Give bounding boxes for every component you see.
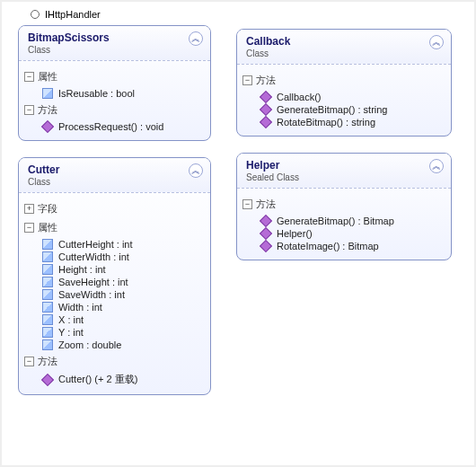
class-subtitle: Class (28, 45, 189, 55)
expander-icon[interactable]: − (24, 223, 34, 233)
collapse-button[interactable]: ︽ (189, 31, 203, 46)
section-properties[interactable]: − 属性 (22, 219, 207, 236)
member-method[interactable]: Cutter() (+ 2 重载) (42, 372, 207, 387)
class-bitmapscissors[interactable]: BitmapScissors Class ︽ − 属性 IsReusable :… (18, 25, 211, 141)
member-method[interactable]: Callback() (260, 91, 447, 103)
class-header[interactable]: Cutter Class ︽ (19, 158, 210, 193)
expander-icon[interactable]: + (24, 204, 34, 214)
expander-icon[interactable]: − (242, 199, 252, 209)
member-property[interactable]: Width : int (42, 301, 207, 313)
member-property[interactable]: IsReusable : bool (42, 87, 207, 100)
class-header[interactable]: Helper Sealed Class ︽ (237, 154, 451, 189)
method-icon (260, 116, 272, 128)
method-icon (260, 227, 272, 240)
diagram-canvas: BitmapScissors Class ︽ − 属性 IsReusable :… (18, 25, 458, 395)
member-method[interactable]: Helper() (260, 227, 447, 240)
collapse-button[interactable]: ︽ (429, 35, 444, 49)
class-header[interactable]: BitmapScissors Class ︽ (19, 26, 210, 61)
method-icon (260, 215, 272, 227)
member-method[interactable]: GenerateBitmap() : Bitmap (260, 215, 447, 227)
class-title: Helper (246, 159, 429, 172)
expander-icon[interactable]: − (24, 105, 34, 115)
property-icon (42, 88, 53, 99)
class-subtitle: Class (28, 177, 189, 187)
section-label: 字段 (38, 202, 57, 216)
property-icon (42, 251, 53, 262)
section-label: 方法 (256, 74, 276, 87)
member-property[interactable]: SaveHeight : int (42, 276, 207, 288)
member-method[interactable]: RotateBitmap() : string (260, 116, 447, 128)
class-subtitle: Class (246, 48, 429, 58)
member-property[interactable]: SaveWidth : int (42, 288, 207, 301)
section-methods[interactable]: − 方法 (241, 196, 447, 213)
expander-icon[interactable]: − (24, 72, 34, 82)
interface-indicator: IHttpHandler (31, 9, 458, 20)
interface-name: IHttpHandler (45, 9, 101, 20)
section-label: 方法 (256, 198, 276, 211)
class-title: BitmapScissors (28, 31, 189, 44)
section-label: 方法 (38, 103, 57, 117)
class-callback[interactable]: Callback Class ︽ − 方法 Callback() Generat… (236, 29, 452, 137)
member-property[interactable]: Height : int (42, 263, 207, 276)
section-label: 方法 (38, 355, 57, 368)
property-icon (42, 327, 53, 338)
class-cutter[interactable]: Cutter Class ︽ + 字段 − 属性 (18, 157, 211, 395)
method-icon (41, 373, 54, 385)
section-methods[interactable]: − 方法 (22, 353, 207, 370)
class-subtitle: Sealed Class (246, 172, 429, 182)
section-properties[interactable]: − 属性 (22, 68, 207, 85)
member-property[interactable]: CutterWidth : int (42, 251, 207, 263)
method-icon (260, 240, 272, 252)
member-method[interactable]: ProcessRequest() : void (42, 120, 207, 133)
class-title: Cutter (28, 163, 189, 176)
property-icon (42, 339, 53, 350)
member-property[interactable]: X : int (42, 313, 207, 326)
section-methods[interactable]: − 方法 (22, 101, 207, 119)
property-icon (42, 277, 53, 287)
class-header[interactable]: Callback Class ︽ (237, 30, 451, 65)
member-property[interactable]: Zoom : double (42, 339, 207, 351)
member-method[interactable]: GenerateBitmap() : string (260, 103, 447, 116)
class-title: Callback (246, 35, 429, 48)
expander-icon[interactable]: − (24, 357, 34, 366)
property-icon (42, 314, 53, 325)
lollipop-icon (31, 10, 40, 19)
section-label: 属性 (38, 221, 57, 234)
collapse-button[interactable]: ︽ (429, 159, 444, 173)
collapse-button[interactable]: ︽ (189, 163, 203, 178)
method-icon (260, 91, 272, 103)
method-icon (41, 120, 54, 133)
expander-icon[interactable]: − (242, 75, 252, 85)
class-helper[interactable]: Helper Sealed Class ︽ − 方法 GenerateBitma… (236, 153, 452, 260)
section-methods[interactable]: − 方法 (241, 72, 447, 89)
property-icon (42, 289, 53, 300)
property-icon (42, 239, 53, 250)
method-icon (260, 103, 272, 116)
property-icon (42, 302, 53, 313)
section-label: 属性 (38, 70, 57, 84)
section-fields[interactable]: + 字段 (22, 200, 207, 217)
member-property[interactable]: CutterHeight : int (42, 238, 207, 251)
member-property[interactable]: Y : int (42, 326, 207, 339)
property-icon (42, 264, 53, 275)
member-method[interactable]: RotateImage() : Bitmap (260, 240, 447, 252)
